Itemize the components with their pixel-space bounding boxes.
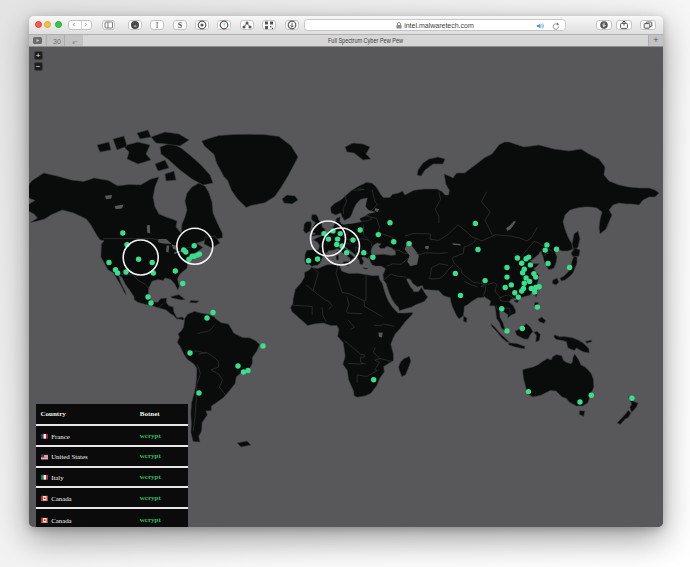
svg-text:e·: e· xyxy=(73,37,78,45)
svg-text:S: S xyxy=(178,21,183,30)
svg-text:30: 30 xyxy=(53,37,61,44)
svg-text:I: I xyxy=(156,21,159,30)
svg-text:!: ! xyxy=(223,22,225,28)
